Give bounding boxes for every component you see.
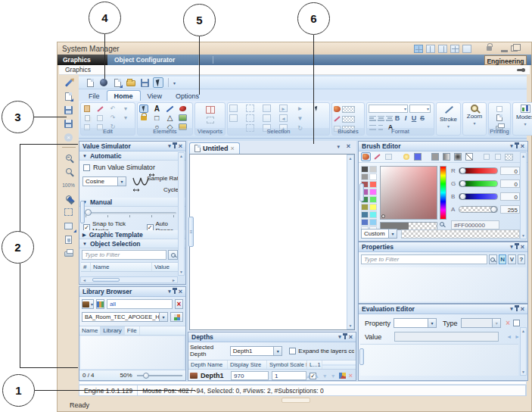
viewport-icon[interactable]	[206, 105, 215, 114]
canvas-scrollbar-thumb[interactable]: ≡	[188, 217, 194, 247]
column-name[interactable]: Name	[91, 263, 152, 271]
color-picker-marker[interactable]	[381, 214, 385, 218]
move-bottom-icon[interactable]: ▼	[331, 373, 336, 379]
group-icon[interactable]	[263, 105, 271, 112]
layout-single-button[interactable]	[462, 45, 471, 53]
stroke-button[interactable]: Stroke ▾	[436, 102, 461, 136]
text-tool-icon[interactable]: A	[152, 105, 161, 113]
clear-evaluation-icon[interactable]: ×	[506, 319, 510, 327]
undo-dropdown-icon[interactable]: ▾	[121, 105, 130, 113]
color-swatch[interactable]	[369, 196, 377, 203]
new-document-icon[interactable]	[63, 91, 74, 101]
format-painter-icon[interactable]	[95, 105, 104, 113]
select-mode-icon[interactable]	[153, 77, 163, 88]
italic-icon[interactable]: I	[402, 114, 409, 122]
pencil-tool-icon[interactable]	[63, 77, 74, 88]
tab-options[interactable]: Options	[169, 91, 206, 101]
paste-icon[interactable]	[82, 105, 92, 113]
column-display-size[interactable]: Display Size	[228, 360, 267, 369]
print-preview-icon[interactable]	[495, 114, 504, 122]
layout-grid-button[interactable]	[414, 45, 423, 53]
select-copy-icon[interactable]	[229, 105, 238, 112]
solid-color-swatch[interactable]	[412, 152, 422, 161]
properties-filter-input[interactable]	[361, 254, 487, 264]
align-left-icon[interactable]	[369, 115, 376, 122]
red-value[interactable]: 0	[500, 167, 520, 175]
manual-slider[interactable]	[83, 212, 176, 217]
panel-menu-icon[interactable]: ▾	[510, 244, 513, 250]
fill-brush-icon[interactable]	[334, 106, 341, 112]
move-top-icon[interactable]: ▲	[314, 373, 319, 379]
property-combo[interactable]: ▾	[394, 318, 437, 328]
close-tab-icon[interactable]: ×	[231, 145, 235, 152]
prev-icon[interactable]: ◄	[506, 334, 512, 339]
close-document-icon[interactable]: ×	[347, 142, 350, 150]
stroke-pattern-swatch[interactable]	[342, 116, 355, 123]
scrollbar-thumb[interactable]	[359, 348, 364, 365]
horizontal-scrollbar[interactable]: ◄ ►	[80, 276, 178, 283]
vertical-scrollbar[interactable]: ▲ ▼	[520, 152, 527, 239]
stroke-brush-icon[interactable]	[334, 116, 340, 121]
type-combo[interactable]: ▾	[461, 318, 502, 328]
panel-menu-icon[interactable]: ▾	[338, 334, 341, 340]
image-mode-icon[interactable]	[384, 152, 394, 161]
scroll-up-icon[interactable]: ▲	[521, 329, 525, 333]
layout-quad-button[interactable]	[450, 45, 459, 53]
select-move-icon[interactable]	[229, 114, 238, 122]
document-properties-icon[interactable]	[63, 234, 74, 245]
scroll-down-icon[interactable]: ▼	[349, 323, 353, 328]
minimize-button[interactable]	[501, 50, 508, 52]
zoom-button[interactable]: Zoom ▾	[462, 102, 487, 136]
save-icon[interactable]	[63, 105, 74, 115]
blue-value[interactable]: 0	[500, 192, 520, 201]
display-size-input[interactable]	[231, 371, 269, 380]
tab-file[interactable]: File	[82, 91, 107, 101]
move-up-icon[interactable]: ▲	[306, 373, 311, 379]
blue-slider[interactable]	[459, 193, 498, 200]
scroll-down-icon[interactable]: ▼	[179, 270, 183, 274]
green-slider[interactable]	[459, 180, 498, 187]
pin-icon[interactable]	[516, 144, 518, 148]
panel-menu-icon[interactable]: ▾	[510, 143, 513, 149]
library-table-header[interactable]: Name Library File	[79, 326, 185, 336]
flip-vertical-icon[interactable]: ▼	[296, 114, 304, 122]
alpha-slider[interactable]	[459, 206, 498, 213]
close-icon[interactable]: ×	[179, 289, 182, 295]
library-list-area[interactable]	[81, 336, 184, 369]
modes-dropdown-icon[interactable]: ▾	[524, 121, 526, 126]
depth-brush-icon[interactable]	[339, 373, 346, 379]
triangle-tool-icon[interactable]: △	[166, 114, 175, 122]
alpha-value[interactable]: 255	[500, 205, 520, 214]
filter-value-button[interactable]: V	[508, 254, 515, 264]
rectangle-tool-icon[interactable]: □	[152, 114, 161, 122]
modes-button[interactable]: Modes ▾	[512, 102, 532, 136]
canvas-vertical-scrollbar[interactable]: ▲ ▼	[347, 154, 354, 329]
send-backward-icon[interactable]: ◄	[279, 114, 288, 122]
scroll-right-icon[interactable]: ►	[172, 278, 176, 282]
search-icon[interactable]	[489, 254, 497, 264]
canvas[interactable]	[189, 154, 355, 330]
vertical-scrollbar[interactable]: ▲ ▼	[178, 152, 185, 276]
library-view-button[interactable]	[96, 299, 104, 309]
column-file[interactable]: File	[125, 326, 140, 335]
object-filter-input[interactable]	[82, 250, 166, 260]
column-name[interactable]: Name	[79, 326, 101, 335]
slider-thumb[interactable]	[143, 373, 149, 379]
undo-icon[interactable]: ↶	[108, 105, 117, 113]
zoom-level-label[interactable]: 100%	[63, 179, 74, 190]
run-value-simulator-checkbox[interactable]	[83, 164, 90, 171]
freeform-tool-icon[interactable]	[179, 105, 188, 113]
close-icon[interactable]: ×	[179, 143, 182, 150]
tab-view[interactable]: View	[141, 91, 169, 101]
close-document-icon[interactable]: ×	[63, 132, 74, 142]
marquee-select-icon[interactable]	[63, 207, 74, 217]
nav-tab-object-configurator[interactable]: Object Configurator	[108, 55, 199, 65]
font-family-combo[interactable]: ▾	[369, 105, 408, 113]
new-file-icon[interactable]	[85, 77, 95, 88]
copy-brush-icon[interactable]	[481, 152, 491, 161]
flip-horizontal-icon[interactable]: ►	[296, 105, 304, 112]
open-folder-icon[interactable]	[126, 77, 136, 88]
color-swatch[interactable]	[369, 189, 377, 195]
section-object-selection[interactable]: ▼ Object Selection	[79, 239, 185, 248]
eyedropper-icon[interactable]	[440, 222, 444, 226]
